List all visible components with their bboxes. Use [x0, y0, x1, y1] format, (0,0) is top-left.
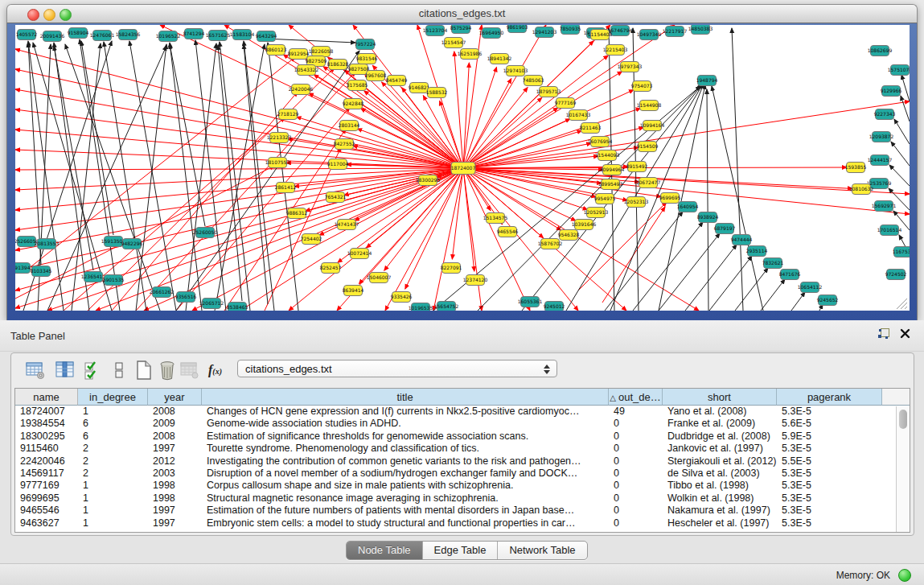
citation-edge[interactable]: [901, 96, 910, 122]
column-header-pagerank[interactable]: pagerank: [777, 389, 882, 406]
citation-edge[interactable]: [889, 165, 910, 186]
column-header-title[interactable]: title: [202, 389, 609, 406]
citation-edge[interactable]: [65, 44, 160, 311]
node-label: 15692971: [872, 203, 897, 208]
table-cell: Wolkin et al. (1998): [663, 492, 777, 505]
table-row[interactable]: 1872400712008Changes of HCN gene express…: [15, 406, 910, 418]
node-label: 8938924: [697, 214, 719, 220]
table-cell: 1: [78, 505, 148, 517]
vertical-scrollbar[interactable]: [896, 406, 910, 532]
citation-edge[interactable]: [463, 168, 474, 271]
citation-edge[interactable]: [15, 109, 463, 168]
citation-edge[interactable]: [707, 89, 708, 311]
table-row[interactable]: 1830029562008Estimation of significance …: [15, 431, 910, 443]
citation-edge[interactable]: [791, 292, 805, 311]
citation-edge[interactable]: [15, 168, 463, 170]
table-cell: Dudbridge et al. (2008): [663, 431, 777, 443]
citation-edge[interactable]: [186, 43, 216, 311]
node-label: 18300295: [416, 177, 441, 183]
citation-edge[interactable]: [28, 43, 41, 265]
import-table-button[interactable]: [179, 360, 200, 381]
delete-button[interactable]: [157, 360, 178, 381]
row-height-button[interactable]: [109, 360, 129, 381]
column-header-name[interactable]: name: [15, 389, 78, 406]
citation-edge[interactable]: [170, 44, 205, 226]
tab-node-table[interactable]: Node Table: [347, 542, 423, 559]
new-file-button[interactable]: [133, 360, 154, 381]
citation-edge[interactable]: [463, 25, 546, 168]
citation-edge[interactable]: [894, 119, 910, 144]
citation-edge[interactable]: [463, 168, 852, 188]
table-settings-button[interactable]: [25, 360, 46, 381]
citation-edge[interactable]: [463, 127, 643, 168]
node-label: 3175685: [347, 82, 368, 88]
citation-edge[interactable]: [160, 25, 463, 168]
citation-edge[interactable]: [244, 44, 268, 304]
node-label: 1593855: [845, 164, 867, 170]
table-selector-value: citations_edges.txt: [245, 363, 332, 375]
citation-edge[interactable]: [732, 28, 743, 311]
node-label: 8454749: [386, 77, 408, 83]
citation-edge[interactable]: [385, 168, 463, 311]
table-cell: 6: [78, 431, 148, 443]
table-row[interactable]: 977716911998Corpus callosum shape and si…: [15, 480, 910, 492]
column-header-in_degree[interactable]: in_degree: [78, 389, 148, 406]
node-label: 1948794: [696, 77, 718, 83]
table-row[interactable]: 946362711997Embryonic stem cells: a mode…: [15, 517, 910, 529]
column-header-label: out_de…: [618, 391, 661, 403]
citation-edge[interactable]: [633, 222, 703, 311]
table-selector[interactable]: citations_edges.txt: [237, 360, 557, 377]
tab-network-table[interactable]: Network Table: [498, 542, 586, 559]
citation-edge[interactable]: [244, 41, 274, 311]
table-cell: 1: [78, 480, 148, 492]
node-label: 15751074: [888, 67, 910, 72]
citation-edge[interactable]: [54, 43, 89, 311]
table-row[interactable]: 1456911722003Disruption of a novel membe…: [15, 468, 910, 480]
citation-edge[interactable]: [685, 245, 737, 311]
citation-edge[interactable]: [735, 268, 768, 311]
function-builder-button[interactable]: f(x): [208, 360, 232, 381]
column-header-year[interactable]: year: [148, 389, 202, 406]
column-visibility-button[interactable]: [55, 360, 76, 381]
citation-edge[interactable]: [463, 168, 482, 311]
citation-edge[interactable]: [297, 117, 463, 168]
table-row[interactable]: 1938455462009Genome-wide association stu…: [15, 418, 910, 430]
node-label: 12374120: [463, 277, 488, 282]
citation-edge[interactable]: [761, 279, 785, 311]
memory-indicator-icon[interactable]: [898, 569, 911, 582]
citation-edge[interactable]: [15, 49, 463, 168]
table-row[interactable]: 911546021997Tourette syndrome. Phenomeno…: [15, 443, 910, 455]
node-label: 10810632: [849, 186, 874, 192]
citation-edge[interactable]: [47, 46, 166, 311]
citation-edge[interactable]: [659, 233, 720, 311]
citation-edge[interactable]: [454, 51, 463, 168]
citation-edge[interactable]: [170, 43, 202, 311]
citation-edge[interactable]: [265, 147, 341, 311]
node-label: 8211463: [580, 125, 602, 130]
network-canvas[interactable]: 1405572200914369158904124760611582435610…: [15, 25, 910, 311]
node-label: 7485063: [523, 77, 544, 83]
citation-edge[interactable]: [15, 150, 463, 168]
fx-label-args: (x): [212, 367, 222, 376]
scrollbar-thumb[interactable]: [899, 410, 907, 429]
citation-edge[interactable]: [709, 256, 752, 311]
table-row[interactable]: 969969511998Structural magnetic resonanc…: [15, 492, 910, 505]
table-cell: 1997: [148, 505, 202, 517]
table-row[interactable]: 2242004622012Investigating the contribut…: [15, 455, 910, 468]
resize-grip-icon[interactable]: [897, 299, 907, 309]
citation-edge[interactable]: [463, 25, 482, 168]
citation-edge[interactable]: [136, 44, 166, 311]
column-header-short[interactable]: short: [663, 389, 777, 406]
tab-edge-table[interactable]: Edge Table: [423, 542, 499, 559]
citation-edge[interactable]: [215, 44, 265, 311]
float-panel-button[interactable]: [877, 328, 890, 340]
window-titlebar[interactable]: citations_edges.txt: [6, 4, 918, 23]
citation-edge[interactable]: [901, 75, 910, 101]
select-all-button[interactable]: [83, 360, 104, 381]
close-panel-button[interactable]: [899, 328, 911, 340]
table-cell: 9115460: [15, 443, 78, 455]
column-header-out_de[interactable]: △out_de…: [609, 389, 663, 406]
citation-edge[interactable]: [610, 82, 704, 311]
table-row[interactable]: 946554611997Estimation of the future num…: [15, 505, 910, 517]
citation-edge[interactable]: [891, 142, 910, 166]
